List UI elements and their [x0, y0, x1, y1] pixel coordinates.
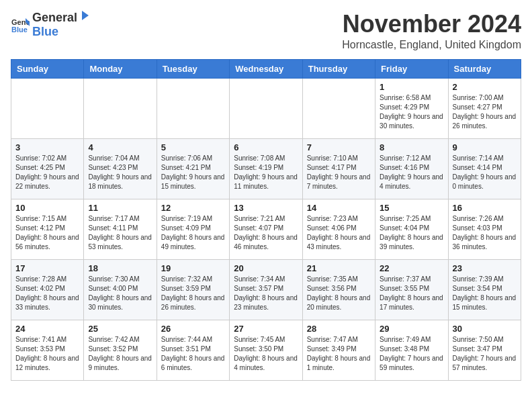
day-number: 28 [307, 324, 371, 334]
day-info: Sunrise: 7:49 AM Sunset: 3:48 PM Dayligh… [380, 335, 443, 373]
day-info: Sunrise: 7:19 AM Sunset: 4:09 PM Dayligh… [161, 214, 225, 252]
day-cell [11, 78, 84, 138]
day-number: 6 [234, 142, 298, 152]
svg-marker-4 [82, 11, 89, 20]
day-info: Sunrise: 7:34 AM Sunset: 3:57 PM Dayligh… [234, 275, 298, 312]
calendar-header: Sunday Monday Tuesday Wednesday Thursday… [11, 59, 521, 78]
day-cell: 12Sunrise: 7:19 AM Sunset: 4:09 PM Dayli… [157, 199, 229, 259]
day-number: 4 [88, 142, 152, 152]
day-number: 24 [15, 324, 79, 334]
day-info: Sunrise: 6:58 AM Sunset: 4:29 PM Dayligh… [380, 93, 443, 131]
day-cell: 21Sunrise: 7:35 AM Sunset: 3:56 PM Dayli… [302, 259, 375, 320]
day-number: 7 [307, 142, 371, 152]
day-number: 19 [161, 263, 225, 273]
day-number: 11 [88, 203, 152, 213]
day-cell [157, 78, 229, 138]
day-info: Sunrise: 7:39 AM Sunset: 3:54 PM Dayligh… [453, 275, 517, 312]
day-info: Sunrise: 7:35 AM Sunset: 3:56 PM Dayligh… [307, 275, 371, 312]
day-info: Sunrise: 7:26 AM Sunset: 4:03 PM Dayligh… [453, 214, 517, 252]
calendar-table: Sunday Monday Tuesday Wednesday Thursday… [11, 59, 521, 381]
logo: General Blue General Blue [11, 11, 90, 39]
day-number: 8 [380, 142, 443, 152]
day-info: Sunrise: 7:21 AM Sunset: 4:07 PM Dayligh… [234, 214, 298, 252]
location-title: Horncastle, England, United Kingdom [342, 39, 521, 51]
week-row-2: 3Sunrise: 7:02 AM Sunset: 4:25 PM Daylig… [11, 138, 521, 199]
title-area: November 2024 Horncastle, England, Unite… [342, 11, 521, 51]
day-info: Sunrise: 7:25 AM Sunset: 4:04 PM Dayligh… [380, 214, 443, 252]
month-title: November 2024 [342, 11, 521, 38]
svg-text:Blue: Blue [11, 26, 28, 34]
day-cell: 8Sunrise: 7:12 AM Sunset: 4:16 PM Daylig… [375, 138, 448, 199]
day-number: 10 [15, 203, 79, 213]
day-info: Sunrise: 7:06 AM Sunset: 4:21 PM Dayligh… [161, 154, 225, 191]
day-info: Sunrise: 7:47 AM Sunset: 3:49 PM Dayligh… [307, 335, 371, 373]
day-cell: 3Sunrise: 7:02 AM Sunset: 4:25 PM Daylig… [11, 138, 84, 199]
day-number: 9 [453, 142, 517, 152]
col-monday: Monday [84, 59, 157, 78]
header: General Blue General Blue November 2024 … [11, 11, 521, 51]
day-info: Sunrise: 7:45 AM Sunset: 3:50 PM Dayligh… [234, 335, 298, 373]
day-number: 16 [453, 203, 517, 213]
day-cell: 5Sunrise: 7:06 AM Sunset: 4:21 PM Daylig… [157, 138, 229, 199]
day-info: Sunrise: 7:30 AM Sunset: 4:00 PM Dayligh… [88, 275, 152, 312]
day-info: Sunrise: 7:37 AM Sunset: 3:55 PM Dayligh… [380, 275, 443, 312]
day-number: 18 [88, 263, 152, 273]
week-row-1: 1Sunrise: 6:58 AM Sunset: 4:29 PM Daylig… [11, 78, 521, 138]
day-cell: 30Sunrise: 7:50 AM Sunset: 3:47 PM Dayli… [448, 320, 521, 380]
day-info: Sunrise: 7:00 AM Sunset: 4:27 PM Dayligh… [453, 93, 517, 131]
header-row: Sunday Monday Tuesday Wednesday Thursday… [11, 59, 521, 78]
day-cell: 20Sunrise: 7:34 AM Sunset: 3:57 PM Dayli… [230, 259, 302, 320]
day-info: Sunrise: 7:32 AM Sunset: 3:59 PM Dayligh… [161, 275, 225, 312]
day-number: 15 [380, 203, 443, 213]
day-cell: 19Sunrise: 7:32 AM Sunset: 3:59 PM Dayli… [157, 259, 229, 320]
day-number: 5 [161, 142, 225, 152]
day-number: 3 [15, 142, 79, 152]
day-cell [230, 78, 302, 138]
week-row-5: 24Sunrise: 7:41 AM Sunset: 3:53 PM Dayli… [11, 320, 521, 380]
col-saturday: Saturday [448, 59, 521, 78]
week-row-4: 17Sunrise: 7:28 AM Sunset: 4:02 PM Dayli… [11, 259, 521, 320]
day-info: Sunrise: 7:15 AM Sunset: 4:12 PM Dayligh… [15, 214, 79, 252]
logo-blue-text: Blue [32, 25, 58, 38]
day-cell: 26Sunrise: 7:44 AM Sunset: 3:51 PM Dayli… [157, 320, 229, 380]
day-cell: 27Sunrise: 7:45 AM Sunset: 3:50 PM Dayli… [230, 320, 302, 380]
day-info: Sunrise: 7:12 AM Sunset: 4:16 PM Dayligh… [380, 154, 443, 191]
day-cell: 6Sunrise: 7:08 AM Sunset: 4:19 PM Daylig… [230, 138, 302, 199]
day-cell: 13Sunrise: 7:21 AM Sunset: 4:07 PM Dayli… [230, 199, 302, 259]
day-cell: 9Sunrise: 7:14 AM Sunset: 4:14 PM Daylig… [448, 138, 521, 199]
day-cell: 17Sunrise: 7:28 AM Sunset: 4:02 PM Dayli… [11, 259, 84, 320]
week-row-3: 10Sunrise: 7:15 AM Sunset: 4:12 PM Dayli… [11, 199, 521, 259]
day-cell: 14Sunrise: 7:23 AM Sunset: 4:06 PM Dayli… [302, 199, 375, 259]
day-cell: 4Sunrise: 7:04 AM Sunset: 4:23 PM Daylig… [84, 138, 157, 199]
col-friday: Friday [375, 59, 448, 78]
day-info: Sunrise: 7:10 AM Sunset: 4:17 PM Dayligh… [307, 154, 371, 191]
day-info: Sunrise: 7:02 AM Sunset: 4:25 PM Dayligh… [15, 154, 79, 191]
day-cell: 29Sunrise: 7:49 AM Sunset: 3:48 PM Dayli… [375, 320, 448, 380]
day-cell: 10Sunrise: 7:15 AM Sunset: 4:12 PM Dayli… [11, 199, 84, 259]
day-number: 1 [380, 82, 443, 92]
col-sunday: Sunday [11, 59, 84, 78]
col-tuesday: Tuesday [157, 59, 229, 78]
logo-arrow-icon [78, 9, 90, 21]
day-info: Sunrise: 7:04 AM Sunset: 4:23 PM Dayligh… [88, 154, 152, 191]
day-cell: 11Sunrise: 7:17 AM Sunset: 4:11 PM Dayli… [84, 199, 157, 259]
day-cell: 23Sunrise: 7:39 AM Sunset: 3:54 PM Dayli… [448, 259, 521, 320]
day-cell: 16Sunrise: 7:26 AM Sunset: 4:03 PM Dayli… [448, 199, 521, 259]
logo-icon: General Blue [11, 15, 30, 34]
day-info: Sunrise: 7:23 AM Sunset: 4:06 PM Dayligh… [307, 214, 371, 252]
day-number: 17 [15, 263, 79, 273]
day-info: Sunrise: 7:50 AM Sunset: 3:47 PM Dayligh… [453, 335, 517, 373]
day-info: Sunrise: 7:41 AM Sunset: 3:53 PM Dayligh… [15, 335, 79, 373]
day-cell [302, 78, 375, 138]
day-number: 27 [234, 324, 298, 334]
day-number: 12 [161, 203, 225, 213]
day-cell: 2Sunrise: 7:00 AM Sunset: 4:27 PM Daylig… [448, 78, 521, 138]
day-cell: 24Sunrise: 7:41 AM Sunset: 3:53 PM Dayli… [11, 320, 84, 380]
day-number: 26 [161, 324, 225, 334]
calendar-body: 1Sunrise: 6:58 AM Sunset: 4:29 PM Daylig… [11, 78, 521, 380]
day-cell: 7Sunrise: 7:10 AM Sunset: 4:17 PM Daylig… [302, 138, 375, 199]
day-info: Sunrise: 7:44 AM Sunset: 3:51 PM Dayligh… [161, 335, 225, 373]
day-number: 23 [453, 263, 517, 273]
day-cell: 1Sunrise: 6:58 AM Sunset: 4:29 PM Daylig… [375, 78, 448, 138]
day-number: 14 [307, 203, 371, 213]
